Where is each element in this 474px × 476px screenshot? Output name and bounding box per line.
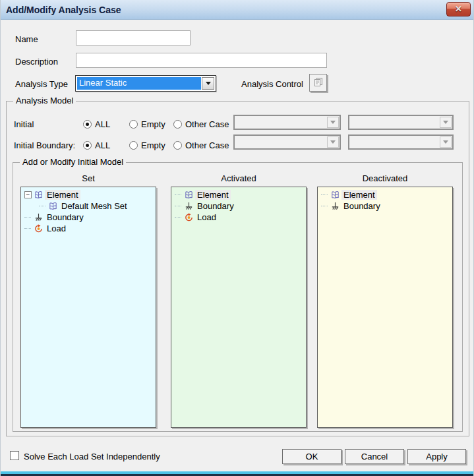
load-icon bbox=[183, 212, 194, 223]
mesh-icon bbox=[183, 190, 194, 200]
set-column-header: Set bbox=[20, 173, 156, 183]
initial-model-group-label: Add or Modify Initial Model bbox=[20, 157, 126, 167]
tree-connector bbox=[24, 228, 31, 229]
tree-connector bbox=[175, 217, 181, 218]
add-modify-analysis-case-dialog: Add/Modify Analysis Case ✕ Name Descript… bbox=[0, 0, 474, 476]
description-input[interactable] bbox=[76, 53, 327, 68]
initial-boundary-radio-group: Initial Boundary:ALLEmptyOther Case bbox=[14, 140, 238, 150]
radio-icon[interactable] bbox=[129, 120, 138, 129]
boundary-icon bbox=[33, 212, 44, 223]
analysis-model-group-label: Analysis Model bbox=[13, 96, 76, 105]
set-tree-list[interactable]: −ElementDefault Mesh SetBoundaryLoad bbox=[20, 187, 156, 428]
name-label: Name bbox=[15, 34, 38, 44]
tree-item-element[interactable]: Element bbox=[318, 189, 452, 200]
tree-item-label: Element bbox=[45, 190, 80, 200]
tree-item-label: Boundary bbox=[45, 212, 86, 222]
tree-connector bbox=[321, 194, 328, 195]
close-icon: ✕ bbox=[455, 4, 462, 14]
radio-option-label: Empty bbox=[141, 119, 165, 129]
tree-connector bbox=[24, 217, 31, 218]
chevron-down-icon[interactable] bbox=[327, 136, 339, 148]
radio-option-label: Other Case bbox=[185, 119, 229, 129]
radio-option-empty[interactable]: Empty bbox=[129, 119, 173, 129]
close-button[interactable]: ✕ bbox=[446, 2, 471, 16]
initial-case-combobox-1[interactable] bbox=[233, 115, 341, 130]
radio-option-all[interactable]: ALL bbox=[83, 119, 129, 129]
tree-item-boundary[interactable]: Boundary bbox=[21, 212, 156, 223]
radio-option-all[interactable]: ALL bbox=[83, 140, 129, 150]
radio-icon[interactable] bbox=[173, 120, 182, 129]
tree-item-label: Element bbox=[341, 190, 377, 200]
tree-item-label: Boundary bbox=[341, 201, 382, 211]
tree-item-element[interactable]: −Element bbox=[21, 189, 156, 200]
activated-column-header: Activated bbox=[171, 173, 307, 183]
radio-row-label: Initial Boundary: bbox=[14, 140, 83, 150]
mesh-icon bbox=[330, 190, 340, 200]
solve-each-load-set-label: Solve Each Load Set Independently bbox=[24, 452, 160, 461]
tree-item-load[interactable]: Load bbox=[21, 223, 156, 234]
tree-item-load[interactable]: Load bbox=[171, 212, 306, 223]
tree-connector bbox=[321, 206, 328, 206]
radio-icon[interactable] bbox=[173, 141, 182, 150]
tree-item-label: Element bbox=[195, 190, 231, 200]
deactivated-column-header: Deactivated bbox=[317, 173, 453, 183]
load-icon bbox=[33, 223, 44, 234]
tree-item-boundary[interactable]: Boundary bbox=[171, 200, 306, 212]
analysis-control-label: Analysis Control bbox=[241, 79, 303, 89]
radio-option-label: Empty bbox=[141, 140, 165, 150]
title-bar: Add/Modify Analysis Case ✕ bbox=[1, 0, 473, 20]
tree-connector bbox=[39, 206, 45, 206]
tree-item-label: Load bbox=[195, 212, 218, 222]
cancel-button[interactable]: Cancel bbox=[345, 449, 404, 464]
tree-item-label: Load bbox=[45, 223, 68, 233]
name-input[interactable] bbox=[76, 30, 191, 45]
analysis-type-label: Analysis Type bbox=[15, 79, 68, 89]
boundary-icon bbox=[330, 201, 340, 212]
initial-boundary-combobox-1[interactable] bbox=[233, 134, 341, 150]
radio-icon[interactable] bbox=[129, 141, 138, 150]
chevron-down-icon[interactable] bbox=[440, 117, 452, 128]
tree-connector bbox=[175, 194, 181, 195]
chevron-down-icon bbox=[206, 82, 211, 85]
radio-icon[interactable] bbox=[83, 141, 92, 150]
radio-option-other-case[interactable]: Other Case bbox=[173, 119, 229, 129]
analysis-control-button[interactable] bbox=[309, 74, 327, 92]
mesh-icon bbox=[33, 190, 44, 200]
tree-connector bbox=[175, 206, 181, 206]
tree-item-element[interactable]: Element bbox=[171, 189, 306, 200]
chevron-down-icon[interactable] bbox=[440, 136, 452, 148]
initial-radio-group: InitialALLEmptyOther Case bbox=[14, 119, 238, 129]
collapse-expander-icon[interactable]: − bbox=[24, 191, 32, 198]
initial-case-combobox-2[interactable] bbox=[348, 115, 454, 130]
analysis-type-value: Linear Static bbox=[77, 77, 201, 90]
radio-option-label: ALL bbox=[95, 140, 110, 150]
tree-item-boundary[interactable]: Boundary bbox=[318, 200, 452, 212]
radio-option-other-case[interactable]: Other Case bbox=[173, 140, 229, 150]
tree-item-default-mesh-set[interactable]: Default Mesh Set bbox=[21, 200, 156, 212]
radio-icon[interactable] bbox=[83, 120, 92, 129]
activated-tree-list[interactable]: ElementBoundaryLoad bbox=[171, 187, 307, 428]
tree-item-label: Boundary bbox=[195, 201, 236, 211]
description-label: Description bbox=[15, 57, 58, 67]
chevron-down-icon[interactable] bbox=[327, 117, 339, 128]
document-copy-icon bbox=[312, 76, 324, 90]
boundary-icon bbox=[183, 201, 194, 212]
analysis-type-combobox[interactable]: Linear Static bbox=[75, 75, 216, 92]
initial-boundary-combobox-2[interactable] bbox=[348, 134, 454, 150]
apply-button[interactable]: Apply bbox=[407, 449, 466, 464]
tree-item-label: Default Mesh Set bbox=[59, 201, 129, 211]
radio-option-label: ALL bbox=[95, 119, 110, 129]
radio-row-label: Initial bbox=[14, 119, 83, 129]
deactivated-tree-list[interactable]: ElementBoundary bbox=[317, 187, 453, 428]
analysis-type-dropdown-button[interactable] bbox=[202, 77, 214, 90]
solve-each-load-set-checkbox[interactable] bbox=[10, 451, 19, 460]
mesh-icon bbox=[47, 201, 58, 212]
radio-option-label: Other Case bbox=[185, 140, 229, 150]
ok-button[interactable]: OK bbox=[282, 449, 341, 464]
window-title: Add/Modify Analysis Case bbox=[6, 5, 121, 15]
radio-option-empty[interactable]: Empty bbox=[129, 140, 173, 150]
